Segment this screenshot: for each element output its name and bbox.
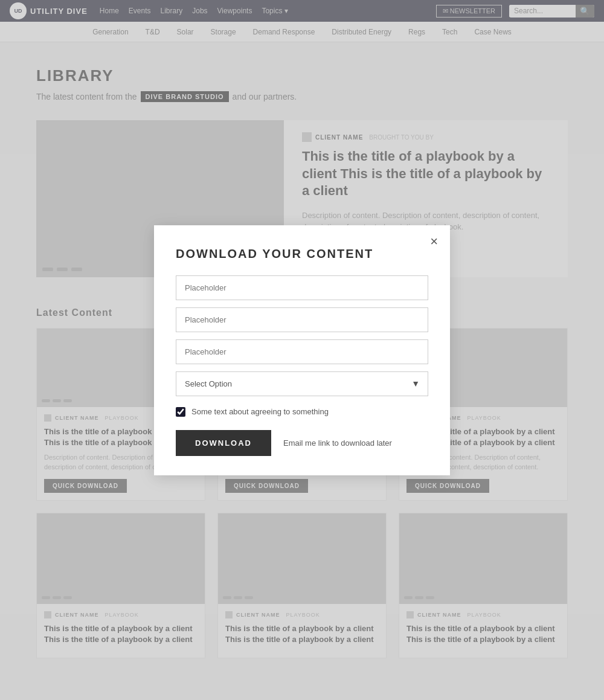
modal-input-1[interactable] [176, 275, 428, 300]
modal-input-2[interactable] [176, 307, 428, 332]
modal-close-button[interactable]: × [430, 235, 438, 248]
email-link[interactable]: Email me link to download later [283, 438, 392, 448]
modal-select-wrapper: Select Option Option 1 Option 2 Option 3… [176, 371, 428, 396]
modal-title: DOWNLOAD YOUR CONTENT [176, 247, 428, 261]
download-modal: DOWNLOAD YOUR CONTENT × Select Option Op… [154, 225, 450, 475]
modal-actions: DOWNLOAD Email me link to download later [176, 430, 428, 456]
agree-checkbox[interactable] [176, 407, 185, 417]
download-button[interactable]: DOWNLOAD [176, 430, 271, 456]
modal-input-3[interactable] [176, 339, 428, 364]
agree-label[interactable]: Some text about agreeing to something [191, 407, 329, 416]
modal-overlay: DOWNLOAD YOUR CONTENT × Select Option Op… [0, 0, 604, 682]
modal-checkbox-row: Some text about agreeing to something [176, 407, 428, 417]
modal-select[interactable]: Select Option Option 1 Option 2 Option 3 [176, 371, 428, 396]
